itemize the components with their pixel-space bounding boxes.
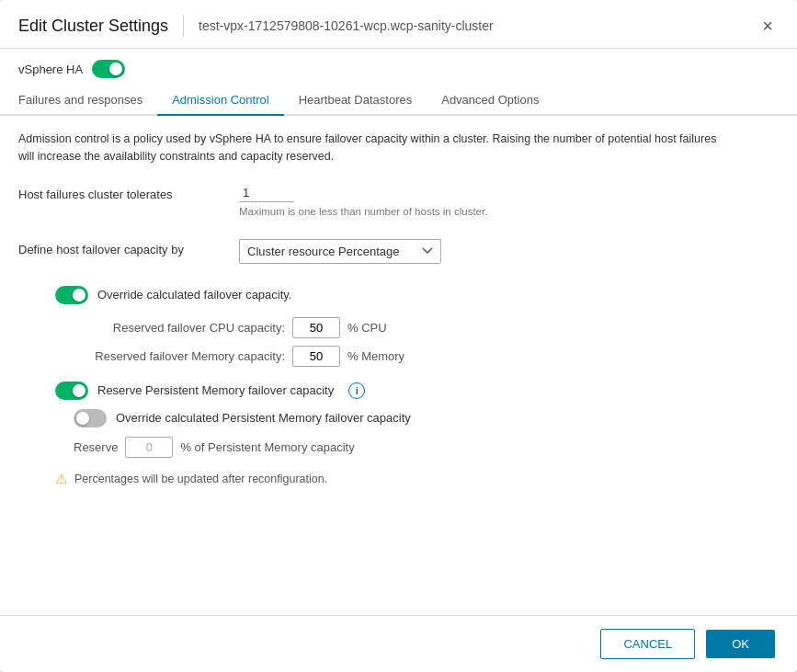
tab-admission[interactable]: Admission Control [157, 85, 284, 116]
tab-failures[interactable]: Failures and responses [18, 85, 157, 116]
override-persistent-label: Override calculated Persistent Memory fa… [116, 411, 411, 425]
cpu-capacity-unit: % CPU [347, 321, 387, 335]
persistent-memory-label: Reserve Persistent Memory failover capac… [97, 383, 334, 397]
cpu-capacity-input[interactable] [292, 317, 340, 338]
memory-capacity-input[interactable] [292, 346, 340, 367]
tab-heartbeat[interactable]: Heartbeat Datastores [284, 85, 427, 116]
host-failures-hint: Maximum is one less than number of hosts… [239, 206, 779, 217]
host-failures-control: Maximum is one less than number of hosts… [239, 184, 779, 217]
define-capacity-select[interactable]: Cluster resource Percentage [239, 239, 441, 264]
override-persistent-toggle-slider [74, 409, 107, 427]
warning-text: Percentages will be updated after reconf… [74, 473, 327, 485]
define-capacity-control: Cluster resource Percentage [239, 239, 779, 264]
modal-title: Edit Cluster Settings [18, 17, 168, 36]
host-failures-row: Host failures cluster tolerates Maximum … [18, 184, 779, 217]
reserve-unit: % of Persistent Memory capacity [180, 440, 354, 454]
define-capacity-label: Define host failover capacity by [18, 239, 221, 256]
admission-control-description: Admission control is a policy used by vS… [18, 131, 735, 165]
modal-body: Admission control is a policy used by vS… [0, 116, 797, 615]
cpu-capacity-row: Reserved failover CPU capacity: % CPU [74, 317, 779, 338]
reserve-row: Reserve % of Persistent Memory capacity [74, 437, 779, 458]
override-persistent-toggle[interactable] [74, 409, 107, 427]
override-persistent-row: Override calculated Persistent Memory fa… [74, 409, 779, 427]
persistent-memory-row: Reserve Persistent Memory failover capac… [55, 382, 779, 400]
header-divider [183, 15, 184, 37]
warning-icon: ⚠ [55, 471, 67, 487]
persistent-memory-toggle-slider [55, 382, 88, 400]
cluster-name: test-vpx-1712579808-10261-wcp.wcp-sanity… [199, 18, 494, 33]
tabs-row: Failures and responses Admission Control… [0, 85, 797, 116]
modal-header: Edit Cluster Settings test-vpx-171257980… [0, 0, 797, 49]
memory-capacity-label: Reserved failover Memory capacity: [74, 349, 285, 363]
vsphere-ha-toggle-slider [92, 60, 125, 78]
host-failures-label: Host failures cluster tolerates [18, 184, 221, 201]
tab-advanced[interactable]: Advanced Options [427, 85, 553, 116]
cpu-capacity-label: Reserved failover CPU capacity: [74, 321, 285, 335]
modal-footer: CANCEL OK [0, 615, 797, 672]
close-button[interactable]: × [757, 15, 779, 37]
override-capacity-toggle[interactable] [55, 286, 88, 304]
vsphere-ha-toggle[interactable] [92, 60, 125, 78]
modal-header-left: Edit Cluster Settings test-vpx-171257980… [18, 15, 494, 37]
memory-capacity-unit: % Memory [347, 349, 404, 363]
define-capacity-row: Define host failover capacity by Cluster… [18, 239, 779, 264]
reserve-label: Reserve [74, 440, 118, 454]
host-failures-input[interactable] [239, 184, 294, 202]
override-capacity-row: Override calculated failover capacity. [55, 286, 779, 304]
modal-dialog: Edit Cluster Settings test-vpx-171257980… [0, 0, 797, 672]
memory-capacity-row: Reserved failover Memory capacity: % Mem… [74, 346, 779, 367]
vsphere-ha-label: vSphere HA [18, 63, 83, 76]
ok-button[interactable]: OK [706, 630, 775, 658]
override-capacity-toggle-slider [55, 286, 88, 304]
reserve-input[interactable] [125, 437, 173, 458]
persistent-memory-toggle[interactable] [55, 382, 88, 400]
persistent-memory-info-icon[interactable]: i [348, 382, 365, 399]
cancel-button[interactable]: CANCEL [600, 629, 695, 659]
capacity-inputs-section: Reserved failover CPU capacity: % CPU Re… [74, 317, 779, 367]
vsphere-ha-row: vSphere HA [0, 49, 797, 85]
warning-row: ⚠ Percentages will be updated after reco… [55, 471, 779, 487]
override-capacity-label: Override calculated failover capacity. [97, 288, 291, 302]
